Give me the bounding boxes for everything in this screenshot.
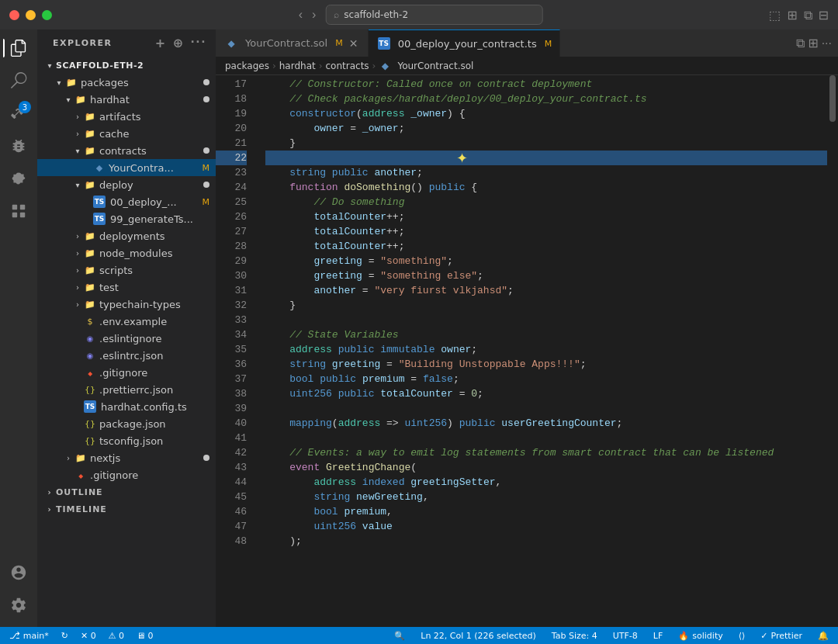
activity-extensions[interactable] [3, 163, 34, 194]
prettier-item[interactable]: ✓ Prettier [757, 627, 805, 644]
tree-item-gitignore[interactable]: ⬥ .gitignore [37, 364, 216, 381]
activity-debug[interactable] [3, 130, 34, 161]
tree-item-contracts[interactable]: 📁 contracts [37, 142, 216, 159]
warnings-item[interactable]: ⚠ 0 [106, 627, 127, 644]
encoding-label: UTF-8 [613, 631, 638, 641]
close-button[interactable] [9, 10, 19, 20]
maximize-button[interactable] [42, 10, 52, 20]
breadcrumb-sol-icon: ◆ [379, 60, 391, 72]
gitignore-label: .gitignore [99, 367, 210, 379]
breadcrumb-packages[interactable]: packages [225, 61, 269, 71]
breadcrumb-contracts[interactable]: contracts [326, 61, 369, 71]
search-status[interactable]: 🔍 [391, 627, 408, 644]
tab-bar: ◆ YourContract.sol M ✕ TS 00_deploy_your… [216, 29, 838, 57]
tree-item-typechain[interactable]: 📁 typechain-types [37, 296, 216, 313]
activity-settings[interactable] [3, 590, 34, 621]
tree-item-root[interactable]: SCAFFOLD-ETH-2 [37, 57, 216, 74]
encoding-item[interactable]: UTF-8 [610, 627, 641, 644]
packages-arrow [53, 76, 65, 88]
tab-deploy[interactable]: TS 00_deploy_your_contract.ts M [369, 29, 561, 57]
outline-label: OUTLINE [56, 487, 103, 497]
packages-folder-icon: 📁 [65, 76, 78, 88]
activity-search[interactable] [3, 65, 34, 96]
layout-tab-icon[interactable]: ⊞ [808, 36, 818, 50]
tree-item-deploy99[interactable]: TS 99_generateTs... [37, 210, 216, 227]
tab-yourcontract[interactable]: ◆ YourContract.sol M ✕ [216, 29, 369, 57]
position-item[interactable]: Ln 22, Col 1 (226 selected) [417, 627, 539, 644]
scrollbar-thumb[interactable] [829, 75, 836, 122]
activity-remote[interactable] [3, 196, 34, 227]
tree-item-yourcontract[interactable]: ◆ YourContra... M [37, 159, 216, 176]
gitignore-spacer [71, 366, 84, 379]
tab-size-item[interactable]: Tab Size: 4 [549, 627, 601, 644]
tab-deploy-icon: TS [378, 37, 390, 50]
layout-icon[interactable]: ⊞ [787, 8, 797, 23]
sync-icon-item[interactable]: ↻ [58, 627, 71, 644]
titlebar: ‹ › ⌕ scaffold-eth-2 ⬚ ⊞ ⧉ ⊟ [0, 0, 838, 29]
tree-item-env[interactable]: $ .env.example [37, 313, 216, 330]
new-file-icon[interactable]: + [155, 36, 167, 50]
tree-item-packages[interactable]: 📁 packages [37, 74, 216, 91]
tree-item-scripts[interactable]: 📁 scripts [37, 261, 216, 279]
cache-arrow [71, 127, 84, 140]
search-bar[interactable]: ⌕ scaffold-eth-2 [325, 5, 542, 25]
deployments-folder-icon: 📁 [84, 230, 96, 242]
errors-item[interactable]: ✕ 0 [78, 627, 99, 644]
minimap-scrollbar[interactable] [827, 75, 838, 627]
cache-label: cache [99, 128, 210, 140]
minimize-button[interactable] [26, 10, 36, 20]
nav-back-button[interactable]: ‹ [296, 6, 306, 23]
tree-item-hardhat[interactable]: 📁 hardhat [37, 91, 216, 108]
timeline-section[interactable]: TIMELINE [37, 500, 216, 518]
titlebar-right: ⬚ ⊞ ⧉ ⊟ [769, 8, 829, 23]
tree-item-prettierrc[interactable]: {} .prettierrc.json [37, 381, 216, 398]
activity-account[interactable] [3, 557, 34, 588]
nextjs-arrow [62, 452, 74, 464]
customize-layout-icon[interactable]: ⊟ [819, 8, 829, 23]
breadcrumb-hardhat[interactable]: hardhat [279, 61, 316, 71]
hardhatconfig-label: hardhat.config.ts [101, 401, 210, 413]
remote-item[interactable]: ⟨⟩ [736, 627, 749, 644]
tree-item-eslintignore[interactable]: ◉ .eslintignore [37, 330, 216, 347]
activity-explorer[interactable] [3, 33, 34, 64]
more-tab-icon[interactable]: ··· [822, 37, 832, 50]
more-actions-icon[interactable]: ··· [191, 36, 206, 50]
tree-item-artifacts[interactable]: 📁 artifacts [37, 108, 216, 125]
tree-item-packagejson[interactable]: {} package.json [37, 415, 216, 432]
split-editor-icon[interactable]: ⧉ [804, 8, 812, 23]
env-label: .env.example [99, 316, 210, 327]
activity-git[interactable]: 3 [3, 98, 34, 129]
tree-item-cache[interactable]: 📁 cache [37, 125, 216, 142]
git-branch[interactable]: ⎇ main* [6, 627, 52, 644]
language-icon: 🔥 [678, 631, 689, 641]
language-item[interactable]: 🔥 solidity [675, 627, 725, 644]
sidebar-tree: SCAFFOLD-ETH-2 📁 packages 📁 hardhat 📁 ar… [37, 57, 216, 627]
eslintrc-spacer [71, 349, 84, 362]
tree-item-deploy00[interactable]: TS 00_deploy_... M [37, 193, 216, 210]
tree-item-nextjs[interactable]: 📁 nextjs [37, 449, 216, 466]
notifications-item[interactable]: 🔔 [815, 627, 832, 644]
tree-item-deployments[interactable]: 📁 deployments [37, 227, 216, 244]
code-editor[interactable]: // Constructor: Called once on contract … [256, 75, 827, 627]
tree-item-root-gitignore[interactable]: ⬥ .gitignore [37, 466, 216, 483]
tree-item-tsconfig[interactable]: {} tsconfig.json [37, 432, 216, 449]
info-item[interactable]: 🖥 0 [133, 627, 157, 644]
sidebar-toggle-icon[interactable]: ⬚ [769, 8, 781, 23]
new-folder-icon[interactable]: ⊕ [173, 36, 185, 50]
outline-section[interactable]: OUTLINE [37, 483, 216, 500]
tree-item-eslintrc[interactable]: ◉ .eslintrc.json [37, 347, 216, 364]
nav-forward-button[interactable]: › [309, 6, 319, 23]
breadcrumb-file[interactable]: YourContract.sol [397, 61, 473, 71]
tree-item-deploy[interactable]: 📁 deploy [37, 176, 216, 193]
timeline-label: TIMELINE [56, 504, 107, 514]
yourcontract-arrow-spacer [81, 161, 93, 174]
tree-item-hardhatconfig[interactable]: TS hardhat.config.ts [37, 398, 216, 415]
tab-yourcontract-close[interactable]: ✕ [348, 37, 360, 50]
tree-item-node-modules[interactable]: 📁 node_modules [37, 244, 216, 261]
deploy99-icon: TS [93, 213, 106, 225]
tree-item-test[interactable]: 📁 test [37, 279, 216, 296]
eol-item[interactable]: LF [650, 627, 666, 644]
scripts-arrow [71, 264, 84, 276]
eslintignore-icon: ◉ [84, 332, 96, 345]
split-editor-tab-icon[interactable]: ⧉ [796, 36, 805, 50]
